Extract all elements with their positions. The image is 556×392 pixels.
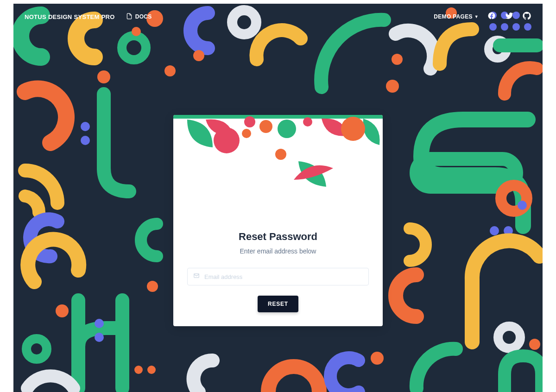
email-input-wrap[interactable]: [187, 268, 369, 285]
envelope-icon: [193, 272, 204, 281]
svg-point-23: [95, 333, 104, 342]
svg-point-26: [147, 366, 156, 374]
svg-point-22: [95, 319, 104, 328]
svg-point-39: [242, 129, 251, 138]
facebook-icon: [487, 12, 496, 22]
facebook-link[interactable]: [487, 12, 496, 21]
reset-card: Reset Password Enter email address below…: [173, 115, 383, 326]
nav-right: DEMO PAGES ▼: [434, 12, 531, 21]
svg-point-19: [81, 136, 90, 145]
reset-button[interactable]: RESET: [258, 296, 298, 312]
docs-label: DOCS: [135, 13, 152, 20]
card-subtitle: Enter email address below: [187, 247, 369, 255]
svg-point-43: [341, 117, 365, 141]
twitter-icon: [505, 12, 513, 22]
card-body: Reset Password Enter email address below…: [173, 198, 383, 326]
navbar: NOTUS DESIGN SYSTEM PRO DOCS DEMO PAGES …: [13, 4, 543, 30]
page: NOTUS DESIGN SYSTEM PRO DOCS DEMO PAGES …: [13, 4, 543, 392]
brand-link[interactable]: NOTUS DESIGN SYSTEM PRO: [25, 13, 115, 20]
svg-point-3: [164, 65, 176, 76]
email-input[interactable]: [204, 273, 363, 280]
svg-point-42: [303, 117, 312, 126]
svg-point-21: [56, 304, 69, 317]
svg-point-34: [529, 339, 540, 350]
github-icon: [523, 12, 531, 22]
svg-point-41: [278, 120, 296, 138]
card-hero: [173, 115, 383, 198]
card-title: Reset Password: [187, 231, 369, 243]
demo-pages-label: DEMO PAGES: [434, 13, 472, 20]
svg-point-40: [259, 120, 272, 133]
docs-link[interactable]: DOCS: [126, 13, 152, 21]
github-link[interactable]: [522, 12, 531, 21]
demo-pages-dropdown[interactable]: DEMO PAGES ▼: [434, 13, 479, 20]
svg-point-25: [134, 366, 143, 374]
svg-point-31: [518, 201, 527, 210]
svg-point-33: [498, 326, 520, 348]
svg-point-8: [392, 54, 403, 65]
svg-point-20: [97, 70, 110, 83]
svg-point-37: [214, 127, 240, 153]
svg-point-4: [193, 50, 204, 61]
svg-point-0: [122, 36, 146, 60]
svg-point-24: [26, 339, 47, 359]
svg-point-32: [371, 352, 384, 365]
svg-point-18: [81, 122, 90, 131]
twitter-link[interactable]: [505, 12, 514, 21]
file-icon: [126, 13, 133, 21]
svg-point-35: [147, 281, 158, 292]
nav-left: NOTUS DESIGN SYSTEM PRO DOCS: [25, 13, 152, 21]
svg-point-28: [490, 226, 499, 235]
card-hero-illustration: [173, 115, 383, 198]
chevron-down-icon: ▼: [474, 14, 479, 19]
svg-point-38: [244, 116, 255, 127]
svg-point-7: [386, 80, 399, 93]
svg-point-44: [275, 149, 286, 160]
